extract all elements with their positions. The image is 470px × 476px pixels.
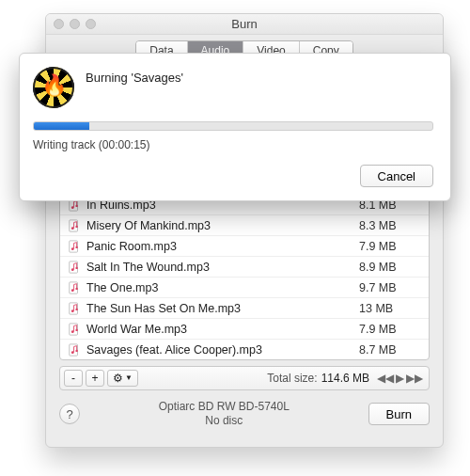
track-size: 7.9 MB — [359, 323, 421, 336]
table-row[interactable]: Misery Of Mankind.mp38.3 MB — [60, 214, 429, 235]
gear-icon: ⚙ — [113, 371, 123, 386]
list-toolbar: - + ⚙▼ Total size: 114.6 MB ◀◀ ▶ ▶▶ — [59, 366, 430, 390]
burn-app-icon: 🔥 — [33, 67, 74, 108]
svg-point-17 — [75, 308, 77, 309]
svg-point-23 — [75, 349, 77, 351]
table-row[interactable]: Panic Room.mp37.9 MB — [60, 235, 429, 256]
track-size: 8.3 MB — [359, 219, 421, 232]
flame-icon: 🔥 — [41, 75, 67, 96]
track-name: The Sun Has Set On Me.mp3 — [86, 302, 359, 315]
burn-progress-bar — [33, 121, 433, 131]
audio-file-icon — [68, 219, 81, 232]
track-name: World War Me.mp3 — [86, 323, 359, 336]
player-play-icon[interactable]: ▶ — [396, 372, 404, 385]
help-button[interactable]: ? — [59, 404, 80, 424]
audio-file-icon — [68, 261, 81, 274]
titlebar: Burn — [46, 14, 443, 35]
track-name: Salt In The Wound.mp3 — [86, 261, 359, 274]
track-name: Savages (feat. Alice Cooper).mp3 — [86, 343, 359, 357]
drive-status: No disc — [80, 414, 368, 428]
window-title: Burn — [46, 17, 443, 31]
cancel-button[interactable]: Cancel — [360, 165, 433, 187]
drive-info: Optiarc BD RW BD-5740L No disc — [80, 400, 368, 428]
track-size: 9.7 MB — [359, 281, 421, 294]
svg-point-14 — [75, 287, 77, 289]
svg-point-11 — [75, 266, 77, 268]
burn-progress-status: Writing track (00:00:15) — [33, 138, 433, 151]
track-name: The One.mp3 — [86, 281, 359, 294]
track-name: Panic Room.mp3 — [86, 240, 359, 253]
help-icon: ? — [66, 407, 72, 421]
table-row[interactable]: The Sun Has Set On Me.mp313 MB — [60, 297, 429, 318]
burn-progress-sheet: 🔥 Burning 'Savages' Writing track (00:00… — [19, 53, 451, 201]
table-row[interactable]: The One.mp39.7 MB — [60, 277, 429, 297]
audio-file-icon — [68, 302, 81, 315]
svg-point-5 — [75, 225, 77, 227]
total-size-label: Total size: — [267, 372, 317, 385]
track-size: 8.9 MB — [359, 261, 421, 274]
sheet-title: Burning 'Savages' — [86, 67, 183, 85]
options-button[interactable]: ⚙▼ — [107, 370, 138, 387]
svg-point-8 — [75, 246, 77, 247]
track-size: 7.9 MB — [359, 240, 421, 253]
audio-file-icon — [68, 281, 81, 294]
track-name: Misery Of Mankind.mp3 — [86, 219, 359, 232]
track-size: 13 MB — [359, 302, 421, 315]
drive-name: Optiarc BD RW BD-5740L — [80, 400, 368, 414]
chevron-down-icon: ▼ — [125, 371, 133, 386]
table-row[interactable]: World War Me.mp37.9 MB — [60, 318, 429, 339]
player-next-icon[interactable]: ▶▶ — [406, 372, 423, 385]
player-prev-icon[interactable]: ◀◀ — [377, 372, 394, 385]
track-size: 8.7 MB — [359, 343, 421, 357]
footer: ? Optiarc BD RW BD-5740L No disc Burn — [46, 390, 443, 428]
audio-file-icon — [68, 323, 81, 336]
audio-file-icon — [68, 240, 81, 253]
total-size-value: 114.6 MB — [321, 372, 369, 385]
table-row[interactable]: Salt In The Wound.mp38.9 MB — [60, 256, 429, 277]
audio-file-icon — [68, 343, 81, 357]
add-track-button[interactable]: + — [86, 370, 104, 387]
burn-button[interactable]: Burn — [368, 403, 430, 425]
remove-track-button[interactable]: - — [64, 370, 83, 387]
svg-point-20 — [75, 328, 77, 330]
svg-point-2 — [75, 204, 77, 206]
table-row[interactable]: Savages (feat. Alice Cooper).mp38.7 MB — [60, 339, 429, 359]
